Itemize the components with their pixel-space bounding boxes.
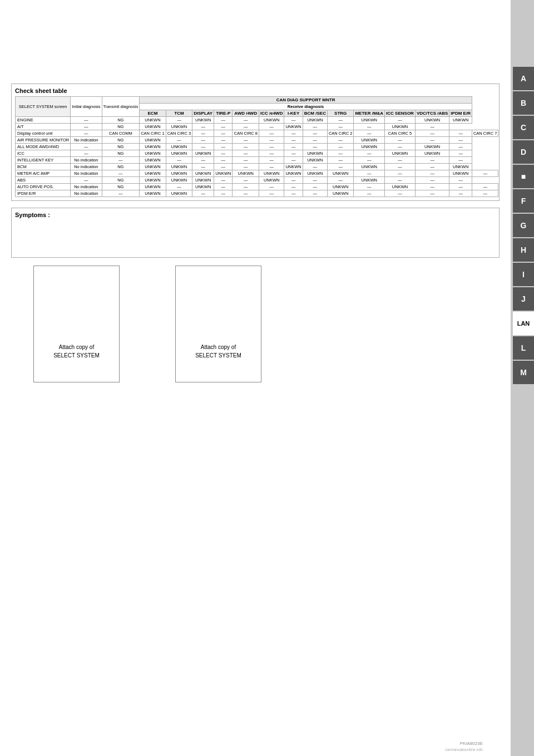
cell: — [192, 124, 214, 130]
cell: — [166, 117, 192, 124]
system-name: ICC [16, 150, 71, 157]
cell: UNKWN [166, 144, 192, 150]
cell: — [284, 177, 303, 184]
cell: — [233, 150, 259, 157]
tab-d[interactable]: D [513, 140, 534, 164]
cell: UNKWN [354, 177, 385, 184]
system-name: INTELLIGENT KEY [16, 157, 71, 164]
cell: — [449, 190, 472, 197]
cell: CAN CIRC 1 [140, 130, 166, 137]
cell: UNKWN [140, 124, 166, 130]
cell: — [385, 170, 416, 177]
cell: UNKWN [192, 177, 214, 184]
attach-row: Attach copy of SELECT SYSTEM Attach copy… [11, 266, 500, 382]
cell: UNKWN [415, 150, 449, 157]
cell: — [449, 177, 472, 184]
cell: — [233, 177, 259, 184]
cell: CAN CIRC 5 [385, 130, 416, 137]
cell: UNKWN [166, 150, 192, 157]
cell: — [214, 130, 233, 137]
cell: UNKWN [166, 170, 192, 177]
cell: UNKWN [449, 170, 472, 177]
tab-e[interactable]: ■ [513, 165, 534, 188]
cell: — [327, 150, 354, 157]
col-ikey: I-KEY [284, 110, 303, 117]
cell: — [449, 137, 472, 144]
cell: — [284, 150, 303, 157]
cell: UNKWN [327, 170, 354, 177]
tab-lan[interactable]: LAN [513, 312, 534, 335]
cell: — [192, 157, 214, 164]
attach-box-1-text: Attach copy of SELECT SYSTEM [53, 343, 100, 360]
cell: — [259, 164, 284, 170]
cell: UNKWN [140, 170, 166, 177]
cell: — [385, 190, 416, 197]
cell: UNKWN [214, 170, 233, 177]
tab-f[interactable]: F [513, 189, 534, 213]
tab-m[interactable]: M [513, 361, 534, 384]
cell: CAN CIRC 7 [472, 130, 498, 137]
attach-box-2-text: Attach copy of SELECT SYSTEM [195, 343, 241, 360]
col-meter: METER /M&A [354, 110, 385, 117]
col-icc-sensor: ICC SENSOR [385, 110, 416, 117]
cell: — [166, 137, 192, 144]
select-system-header: SELECT SYSTEM screen [16, 97, 71, 117]
cell: — [214, 150, 233, 157]
tab-h[interactable]: H [513, 238, 534, 262]
tab-j[interactable]: J [513, 287, 534, 311]
cell: — [449, 130, 472, 137]
cell: — [327, 124, 354, 130]
system-name: METER A/C AMP [16, 170, 71, 177]
cell: — [327, 157, 354, 164]
cell: — [354, 150, 385, 157]
col-awd: AWD /4WD [233, 110, 259, 117]
tab-a[interactable]: A [513, 67, 534, 90]
cell: — [327, 144, 354, 150]
cell: — [259, 137, 284, 144]
cell: — [214, 157, 233, 164]
table-row: Display control unit — CAN COMM CAN CIRC… [16, 130, 498, 137]
system-name: BCM [16, 164, 71, 170]
cell: — [354, 130, 385, 137]
cell: UNKWN [303, 170, 327, 177]
initial-val: No indication [71, 184, 102, 190]
cell: — [233, 190, 259, 197]
cell: UNKWN [449, 164, 472, 170]
cell: UNKWN [449, 117, 472, 124]
cell: — [327, 137, 354, 144]
cell: UNKWN [385, 184, 416, 190]
transmit-val: NG [102, 117, 140, 124]
tab-i[interactable]: I [513, 263, 534, 286]
tab-b[interactable]: B [513, 91, 534, 115]
cell: — [233, 157, 259, 164]
cell: — [259, 124, 284, 130]
cell: UNKWN [284, 170, 303, 177]
cell: UNKWN [166, 177, 192, 184]
table-row: AUTO DRIVE POS. No indication NG UNKWN —… [16, 184, 498, 190]
cell: — [214, 184, 233, 190]
cell: — [415, 124, 449, 130]
cell: — [284, 130, 303, 137]
initial-val: — [71, 177, 102, 184]
cell: — [385, 144, 416, 150]
cell: — [327, 177, 354, 184]
cell: — [166, 184, 192, 190]
cell: UNKWN [140, 184, 166, 190]
cell: UNKWN [354, 164, 385, 170]
transmit-val: NG [102, 164, 140, 170]
check-sheet-section: Check sheet table SELECT SYSTEM screen I… [11, 84, 500, 201]
transmit-diag-header: Transmit diagnosis [102, 97, 140, 117]
cell: UNKWN [354, 137, 385, 144]
cell: UNKWN [259, 177, 284, 184]
tab-g[interactable]: G [513, 214, 534, 237]
table-row: ICC — NG UNKWN UNKWN UNKWN — — — — UNKWN… [16, 150, 498, 157]
cell: — [385, 164, 416, 170]
system-name: IPDM E/R [16, 190, 71, 197]
cell: CAN CIRC 8 [233, 130, 259, 137]
cell: — [284, 184, 303, 190]
tab-c[interactable]: C [513, 116, 534, 139]
tab-l[interactable]: L [513, 336, 534, 360]
cell: — [303, 190, 327, 197]
cell: UNKWN [140, 144, 166, 150]
cell: — [259, 184, 284, 190]
